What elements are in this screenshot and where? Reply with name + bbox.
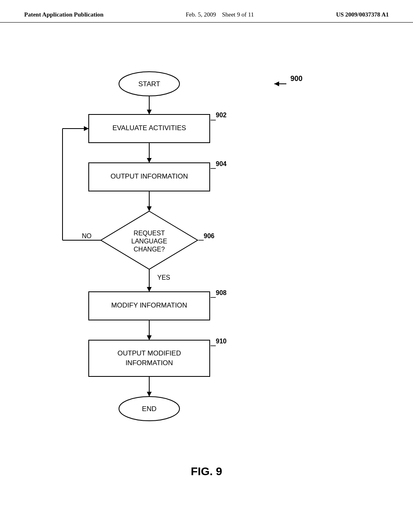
diagram-area: 900 START EVALUATE ACTIVITIES 902 OUTPUT… (0, 23, 413, 490)
node-906-label-3: CHANGE? (133, 246, 165, 253)
no-label: NO (82, 233, 92, 239)
ref-906: 906 (204, 233, 215, 239)
svg-marker-19 (147, 335, 152, 340)
end-label: END (142, 405, 156, 413)
publication-title: Patent Application Publication (24, 11, 104, 18)
patent-number: US 2009/0037378 A1 (336, 11, 389, 18)
yes-label: YES (157, 274, 170, 281)
svg-marker-14 (84, 126, 89, 131)
node-906-label-1: REQUEST (133, 230, 165, 237)
figure-label: FIG. 9 (191, 465, 222, 478)
node-910-label-1: OUTPUT MODIFIED (117, 349, 181, 357)
node-906-label-2: LANGUAGE (131, 238, 167, 245)
node-908-label: MODIFY INFORMATION (111, 301, 187, 309)
header-date-sheet: Feb. 5, 2009 Sheet 9 of 11 (186, 11, 254, 18)
node-904-label: OUTPUT INFORMATION (111, 172, 188, 180)
svg-marker-6 (147, 158, 152, 163)
svg-marker-1 (274, 81, 279, 86)
node-902-label: EVALUATE ACTIVITIES (113, 124, 186, 132)
svg-marker-3 (147, 110, 152, 114)
node-910-label-2: INFORMATION (125, 359, 173, 367)
ref-908: 908 (216, 289, 227, 296)
svg-marker-16 (147, 287, 152, 292)
node-910 (89, 340, 210, 376)
page-header: Patent Application Publication Feb. 5, 2… (0, 0, 413, 23)
start-label: START (138, 80, 160, 88)
ref-910: 910 (216, 338, 227, 345)
svg-marker-9 (147, 206, 152, 211)
figure-900-label: 900 (290, 75, 302, 83)
flowchart-svg: 900 START EVALUATE ACTIVITIES 902 OUTPUT… (0, 23, 413, 490)
sheet-info: Sheet 9 of 11 (222, 11, 254, 18)
svg-marker-22 (147, 392, 152, 397)
publication-date: Feb. 5, 2009 (186, 11, 216, 18)
ref-902: 902 (216, 112, 227, 118)
ref-904: 904 (216, 160, 227, 167)
